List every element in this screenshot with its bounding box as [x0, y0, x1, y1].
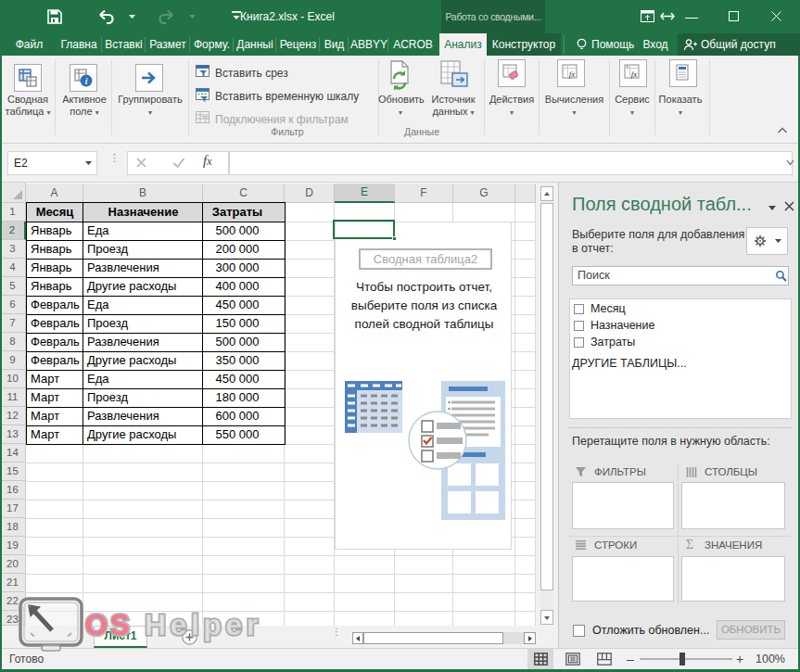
svg-text:OS: OS [85, 609, 133, 641]
svg-text:Helper: Helper [145, 608, 262, 641]
svg-text:fx: fx [569, 70, 576, 79]
svg-text:fx: fx [631, 70, 638, 79]
svg-text:i: i [85, 77, 88, 86]
